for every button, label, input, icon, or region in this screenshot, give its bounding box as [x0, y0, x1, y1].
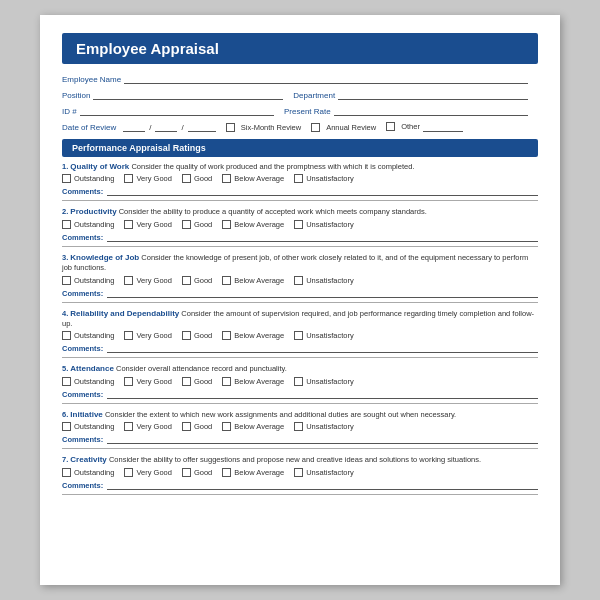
annual-review-label: Annual Review: [326, 123, 376, 132]
date-dd[interactable]: [155, 120, 177, 132]
cb-box-below_average-7[interactable]: [222, 468, 231, 477]
cb-box-outstanding-7[interactable]: [62, 468, 71, 477]
comments-line-2[interactable]: [107, 231, 538, 242]
comments-line-1[interactable]: [107, 185, 538, 196]
other-line[interactable]: [423, 120, 463, 132]
cb-box-below_average-6[interactable]: [222, 422, 231, 431]
cb-box-good-1[interactable]: [182, 174, 191, 183]
cb-good-1[interactable]: Good: [182, 174, 212, 183]
cb-very_good-1[interactable]: Very Good: [124, 174, 171, 183]
cb-below_average-3[interactable]: Below Average: [222, 276, 284, 285]
position-line[interactable]: [93, 88, 283, 100]
six-month-checkbox[interactable]: [226, 123, 235, 132]
cb-outstanding-1[interactable]: Outstanding: [62, 174, 114, 183]
cb-outstanding-3[interactable]: Outstanding: [62, 276, 114, 285]
cb-label-unsatisfactory-4: Unsatisfactory: [306, 331, 354, 340]
cb-box-outstanding-6[interactable]: [62, 422, 71, 431]
rating-title-3: 3. Knowledge of Job Consider the knowled…: [62, 253, 538, 274]
cb-very_good-4[interactable]: Very Good: [124, 331, 171, 340]
cb-very_good-3[interactable]: Very Good: [124, 276, 171, 285]
cb-box-good-6[interactable]: [182, 422, 191, 431]
cb-box-good-2[interactable]: [182, 220, 191, 229]
cb-box-very_good-1[interactable]: [124, 174, 133, 183]
cb-box-very_good-4[interactable]: [124, 331, 133, 340]
cb-box-outstanding-5[interactable]: [62, 377, 71, 386]
cb-good-4[interactable]: Good: [182, 331, 212, 340]
cb-box-unsatisfactory-1[interactable]: [294, 174, 303, 183]
cb-box-below_average-1[interactable]: [222, 174, 231, 183]
comments-line-4[interactable]: [107, 342, 538, 353]
cb-box-below_average-4[interactable]: [222, 331, 231, 340]
cb-very_good-5[interactable]: Very Good: [124, 377, 171, 386]
cb-box-outstanding-2[interactable]: [62, 220, 71, 229]
cb-unsatisfactory-3[interactable]: Unsatisfactory: [294, 276, 354, 285]
cb-very_good-2[interactable]: Very Good: [124, 220, 171, 229]
cb-below_average-6[interactable]: Below Average: [222, 422, 284, 431]
cb-unsatisfactory-2[interactable]: Unsatisfactory: [294, 220, 354, 229]
other-checkbox[interactable]: [386, 122, 395, 131]
cb-below_average-7[interactable]: Below Average: [222, 468, 284, 477]
cb-unsatisfactory-1[interactable]: Unsatisfactory: [294, 174, 354, 183]
cb-box-below_average-2[interactable]: [222, 220, 231, 229]
six-month-label: Six-Month Review: [241, 123, 301, 132]
cb-unsatisfactory-5[interactable]: Unsatisfactory: [294, 377, 354, 386]
cb-very_good-7[interactable]: Very Good: [124, 468, 171, 477]
cb-box-below_average-3[interactable]: [222, 276, 231, 285]
cb-outstanding-2[interactable]: Outstanding: [62, 220, 114, 229]
rating-section-6: 6. Initiative Consider the extent to whi…: [62, 410, 538, 449]
cb-box-very_good-7[interactable]: [124, 468, 133, 477]
cb-box-unsatisfactory-7[interactable]: [294, 468, 303, 477]
comments-line-6[interactable]: [107, 433, 538, 444]
id-line[interactable]: [80, 104, 274, 116]
cb-box-good-4[interactable]: [182, 331, 191, 340]
cb-good-3[interactable]: Good: [182, 276, 212, 285]
cb-box-unsatisfactory-3[interactable]: [294, 276, 303, 285]
cb-box-good-5[interactable]: [182, 377, 191, 386]
cb-good-6[interactable]: Good: [182, 422, 212, 431]
cb-below_average-2[interactable]: Below Average: [222, 220, 284, 229]
cb-unsatisfactory-6[interactable]: Unsatisfactory: [294, 422, 354, 431]
comments-line-3[interactable]: [107, 287, 538, 298]
comments-line-7[interactable]: [107, 479, 538, 490]
other-checkbox-group: Other: [386, 120, 463, 132]
cb-outstanding-7[interactable]: Outstanding: [62, 468, 114, 477]
cb-good-5[interactable]: Good: [182, 377, 212, 386]
cb-label-outstanding-2: Outstanding: [74, 220, 114, 229]
cb-box-very_good-6[interactable]: [124, 422, 133, 431]
cb-below_average-4[interactable]: Below Average: [222, 331, 284, 340]
cb-good-2[interactable]: Good: [182, 220, 212, 229]
cb-box-very_good-2[interactable]: [124, 220, 133, 229]
date-yyyy[interactable]: [188, 120, 216, 132]
cb-label-good-7: Good: [194, 468, 212, 477]
cb-box-outstanding-1[interactable]: [62, 174, 71, 183]
cb-box-outstanding-4[interactable]: [62, 331, 71, 340]
cb-below_average-1[interactable]: Below Average: [222, 174, 284, 183]
cb-box-good-3[interactable]: [182, 276, 191, 285]
cb-outstanding-5[interactable]: Outstanding: [62, 377, 114, 386]
slash1: /: [149, 123, 151, 132]
cb-box-unsatisfactory-5[interactable]: [294, 377, 303, 386]
cb-unsatisfactory-4[interactable]: Unsatisfactory: [294, 331, 354, 340]
cb-label-below_average-1: Below Average: [234, 174, 284, 183]
department-line[interactable]: [338, 88, 528, 100]
cb-label-good-3: Good: [194, 276, 212, 285]
cb-below_average-5[interactable]: Below Average: [222, 377, 284, 386]
comments-line-5[interactable]: [107, 388, 538, 399]
cb-box-outstanding-3[interactable]: [62, 276, 71, 285]
date-mm[interactable]: [123, 120, 145, 132]
cb-box-very_good-3[interactable]: [124, 276, 133, 285]
cb-box-very_good-5[interactable]: [124, 377, 133, 386]
cb-outstanding-4[interactable]: Outstanding: [62, 331, 114, 340]
cb-box-below_average-5[interactable]: [222, 377, 231, 386]
cb-box-good-7[interactable]: [182, 468, 191, 477]
employee-name-line[interactable]: [124, 72, 528, 84]
cb-very_good-6[interactable]: Very Good: [124, 422, 171, 431]
cb-unsatisfactory-7[interactable]: Unsatisfactory: [294, 468, 354, 477]
cb-box-unsatisfactory-2[interactable]: [294, 220, 303, 229]
cb-good-7[interactable]: Good: [182, 468, 212, 477]
cb-box-unsatisfactory-4[interactable]: [294, 331, 303, 340]
cb-box-unsatisfactory-6[interactable]: [294, 422, 303, 431]
present-rate-line[interactable]: [334, 104, 528, 116]
annual-review-checkbox[interactable]: [311, 123, 320, 132]
cb-outstanding-6[interactable]: Outstanding: [62, 422, 114, 431]
